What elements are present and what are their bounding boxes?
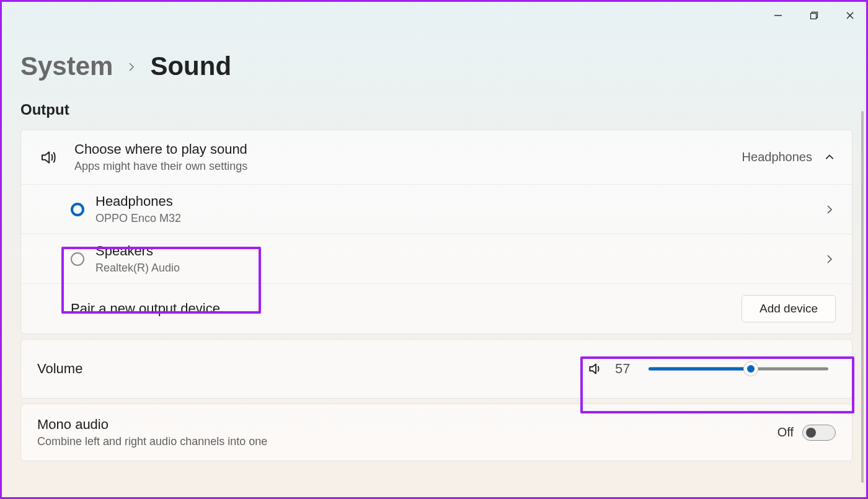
chevron-right-icon[interactable]	[823, 254, 836, 264]
volume-control-group: 57	[579, 353, 836, 384]
current-output-value: Headphones	[742, 150, 812, 164]
device-sub: OPPO Enco M32	[95, 212, 823, 225]
breadcrumb-system[interactable]: System	[20, 51, 113, 81]
speaker-icon	[37, 148, 60, 167]
pair-device-label: Pair a new output device	[71, 301, 742, 317]
device-sub: Realtek(R) Audio	[95, 262, 823, 275]
output-device-headphones[interactable]: Headphones OPPO Enco M32	[21, 184, 852, 234]
device-name: Headphones	[95, 193, 823, 210]
volume-row: Volume 57	[21, 340, 852, 398]
maximize-button[interactable]	[807, 8, 822, 23]
device-name: Speakers	[95, 243, 823, 259]
mono-audio-state: Off	[777, 425, 794, 439]
scrollbar[interactable]	[861, 111, 864, 483]
pair-device-row: Pair a new output device Add device	[21, 283, 852, 333]
mono-audio-row[interactable]: Mono audio Combine left and right audio …	[21, 404, 852, 461]
volume-card: Volume 57	[20, 339, 852, 399]
mono-audio-card: Mono audio Combine left and right audio …	[20, 404, 852, 461]
volume-value: 57	[615, 361, 637, 377]
breadcrumb-sound: Sound	[150, 51, 231, 81]
choose-output-title: Choose where to play sound	[74, 141, 742, 157]
mono-audio-toggle[interactable]	[802, 425, 836, 441]
window-controls	[771, 8, 857, 23]
choose-output-subtitle: Apps might have their own settings	[74, 160, 742, 173]
slider-thumb[interactable]	[744, 362, 758, 376]
toggle-knob	[806, 428, 816, 438]
chevron-up-icon	[823, 152, 836, 163]
radio-selected-icon[interactable]	[71, 203, 84, 216]
volume-label: Volume	[37, 361, 579, 377]
output-card: Choose where to play sound Apps might ha…	[20, 130, 852, 334]
volume-slider[interactable]	[649, 363, 828, 375]
mono-audio-subtitle: Combine left and right audio channels in…	[37, 435, 777, 448]
minimize-button[interactable]	[771, 8, 786, 23]
svg-rect-2	[811, 14, 817, 19]
chevron-right-icon	[126, 56, 136, 76]
choose-output-text: Choose where to play sound Apps might ha…	[74, 141, 742, 173]
breadcrumb: System Sound	[20, 51, 231, 81]
volume-icon[interactable]	[587, 361, 604, 377]
mono-audio-title: Mono audio	[37, 417, 777, 433]
add-device-button[interactable]: Add device	[742, 295, 836, 322]
output-section-title: Output	[20, 101, 852, 118]
close-button[interactable]	[843, 8, 857, 23]
slider-fill	[649, 368, 751, 371]
output-device-speakers[interactable]: Speakers Realtek(R) Audio	[21, 234, 852, 283]
chevron-right-icon[interactable]	[823, 205, 836, 214]
radio-unselected-icon[interactable]	[71, 252, 84, 266]
content-area: Output Choose where to play sound Apps m…	[20, 101, 852, 495]
choose-output-row[interactable]: Choose where to play sound Apps might ha…	[21, 130, 852, 184]
